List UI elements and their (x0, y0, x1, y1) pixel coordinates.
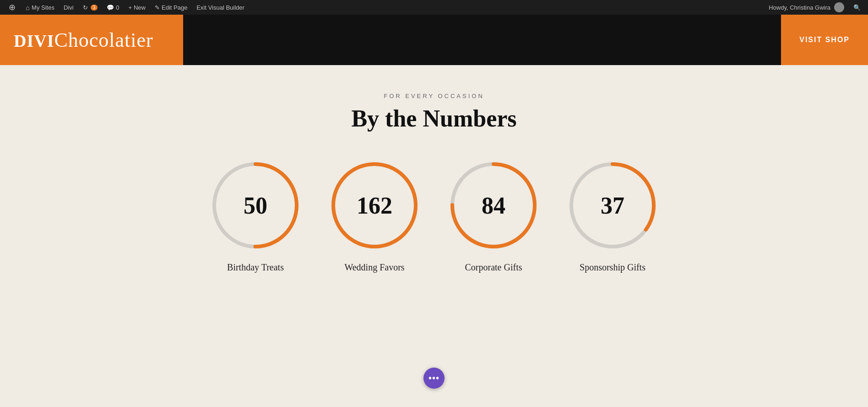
circle-number: 37 (601, 192, 624, 219)
header-nav (183, 15, 781, 65)
stat-label: Corporate Gifts (465, 262, 522, 273)
edit-page-button[interactable]: ✎ Edit Page (151, 0, 191, 15)
comments-icon: 💬 (107, 4, 114, 11)
divi-builder-button[interactable]: ••• (423, 368, 445, 389)
circle-container: 162 (329, 160, 420, 251)
stat-label: Wedding Favors (344, 262, 404, 273)
stat-label: Birthday Treats (227, 262, 284, 273)
howdy-user[interactable]: Howdy, Christina Gwira (765, 0, 848, 15)
updates-count: 3 (91, 5, 98, 11)
admin-bar-right: Howdy, Christina Gwira 🔍 (765, 0, 864, 15)
pencil-icon: ✎ (155, 4, 160, 11)
stats-grid: 50 Birthday Treats 162 Wedding Favors 84 (210, 160, 658, 273)
new-content-button[interactable]: + New (125, 0, 149, 15)
admin-bar: ⊕ ⌂ My Sites Divi ↻ 3 💬 0 + New ✎ Edit P… (0, 0, 868, 15)
my-sites-label: My Sites (32, 4, 54, 11)
site-logo[interactable]: DIVIChocolatier (14, 28, 153, 52)
stat-item: 84 Corporate Gifts (448, 160, 539, 273)
search-icon: 🔍 (853, 4, 861, 11)
divi-label: Divi (64, 4, 74, 11)
section-title: By the Numbers (351, 105, 516, 132)
logo-part2: Chocolatier (54, 29, 153, 51)
stat-item: 50 Birthday Treats (210, 160, 301, 273)
circle-container: 37 (567, 160, 658, 251)
sites-icon: ⌂ (26, 4, 30, 11)
updates-button[interactable]: ↻ 3 (79, 0, 102, 15)
section-eyebrow: FOR EVERY OCCASION (384, 93, 484, 99)
new-label: New (134, 4, 146, 11)
circle-container: 50 (210, 160, 301, 251)
site-header: DIVIChocolatier VISIT SHOP (0, 15, 868, 65)
stat-item: 37 Sponsorship Gifts (567, 160, 658, 273)
stat-item: 162 Wedding Favors (329, 160, 420, 273)
circle-number: 84 (482, 192, 505, 219)
edit-page-label: Edit Page (162, 4, 187, 11)
my-sites-button[interactable]: ⌂ My Sites (22, 0, 58, 15)
comments-count: 0 (116, 4, 119, 11)
divi-button[interactable]: Divi (60, 0, 77, 15)
circle-number: 50 (244, 192, 267, 219)
logo-area: DIVIChocolatier (0, 15, 183, 65)
visit-shop-button[interactable]: VISIT SHOP (781, 15, 868, 65)
wp-icon: ⊕ (7, 3, 16, 12)
logo-part1: DIVI (14, 31, 54, 50)
comments-button[interactable]: 💬 0 (103, 0, 123, 15)
exit-visual-builder-button[interactable]: Exit Visual Builder (193, 0, 248, 15)
exit-vb-label: Exit Visual Builder (196, 4, 244, 11)
stat-label: Sponsorship Gifts (580, 262, 646, 273)
wp-logo-button[interactable]: ⊕ (4, 0, 20, 15)
search-button[interactable]: 🔍 (850, 0, 864, 15)
circle-container: 84 (448, 160, 539, 251)
updates-icon: ↻ (83, 4, 88, 11)
header-right: VISIT SHOP (781, 15, 868, 65)
circle-number: 162 (357, 192, 392, 219)
user-avatar (834, 2, 844, 12)
howdy-label: Howdy, Christina Gwira (769, 4, 830, 11)
plus-icon: + (128, 4, 132, 11)
main-content: FOR EVERY OCCASION By the Numbers 50 Bir… (0, 65, 868, 407)
divi-builder-icon: ••• (429, 373, 439, 384)
